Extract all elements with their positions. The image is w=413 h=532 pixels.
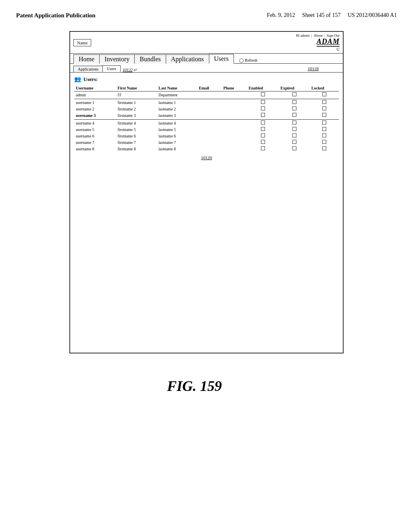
cell-username: username 1 [74, 99, 116, 106]
checkbox-expired[interactable] [292, 140, 296, 144]
cell-expired[interactable] [279, 145, 310, 152]
tab-home[interactable]: Home [73, 54, 100, 64]
cell-firstname: firstname 3 [116, 112, 157, 120]
subnav-tab-applications[interactable]: Applications [73, 66, 103, 72]
cell-enabled[interactable] [247, 99, 279, 106]
cell-locked[interactable] [310, 112, 339, 120]
table-row: admin IT Department [74, 91, 339, 99]
page-header: Patent Application Publication Feb. 9, 2… [0, 0, 413, 23]
hi-admin-link[interactable]: Hi admin [296, 33, 310, 37]
cell-enabled[interactable] [247, 91, 279, 99]
cell-enabled[interactable] [247, 145, 279, 152]
checkbox-locked[interactable] [322, 121, 326, 125]
cell-enabled[interactable] [247, 139, 279, 145]
tab-users[interactable]: Users [209, 54, 234, 64]
figure-caption: FIG. 159 [0, 378, 389, 395]
users-icon: 👥 [74, 76, 81, 83]
checkbox-locked[interactable] [322, 100, 326, 104]
cell-locked[interactable] [310, 99, 339, 106]
col-header-locked: Locked [310, 85, 339, 91]
cell-locked[interactable] [310, 106, 339, 112]
cell-expired[interactable] [279, 139, 310, 145]
tab-inventory[interactable]: Inventory [99, 54, 135, 64]
cell-lastname: Department [157, 91, 197, 99]
ui-content: 👥 Users: Username First Name Last Name E… [70, 73, 343, 163]
col-header-lastname: Last Name [157, 85, 197, 91]
cell-expired[interactable] [279, 112, 310, 120]
cell-username: username 4 [74, 120, 116, 127]
cell-enabled[interactable] [247, 112, 279, 120]
subnav-tab-users[interactable]: Users [102, 65, 121, 72]
tab-applications[interactable]: Applications [166, 54, 209, 64]
header-date-sheet: Feb. 9, 2012 Sheet 145 of 157 US 2012/00… [267, 12, 397, 19]
checkbox-locked[interactable] [322, 127, 326, 131]
cell-lastname: lastname 8 [157, 145, 197, 152]
cell-expired[interactable] [279, 91, 310, 99]
checkbox-locked[interactable] [322, 113, 326, 117]
cell-username: admin [74, 91, 116, 99]
table-row: username 4 firstname 4 lastname 4 [74, 120, 339, 127]
cell-username: username 6 [74, 133, 116, 139]
checkbox-enabled[interactable] [261, 113, 265, 117]
cell-enabled[interactable] [247, 126, 279, 133]
cell-firstname: firstname 1 [116, 99, 157, 106]
cell-expired[interactable] [279, 99, 310, 106]
refresh-button[interactable]: ◯ Refresh [237, 57, 260, 63]
checkbox-enabled[interactable] [261, 100, 265, 104]
name-box[interactable]: Name [73, 39, 91, 46]
checkbox-expired[interactable] [292, 133, 296, 137]
checkbox-enabled[interactable] [261, 106, 265, 110]
patent-number: US 2012/0036440 A1 [348, 12, 397, 18]
checkbox-locked[interactable] [322, 92, 326, 96]
topbar-right: Hi admin | About | Sign Out ADAM © [296, 33, 340, 52]
cell-expired[interactable] [279, 106, 310, 112]
cell-enabled[interactable] [247, 106, 279, 112]
ref-10122: 10122 ↵ [123, 68, 137, 72]
publication-title: Patent Application Publication [16, 12, 96, 19]
cell-enabled[interactable] [247, 133, 279, 139]
cell-locked[interactable] [310, 139, 339, 145]
cell-email [197, 145, 222, 152]
cell-lastname: lastname 1 [157, 99, 197, 106]
checkbox-expired[interactable] [292, 146, 296, 150]
checkbox-enabled[interactable] [261, 140, 265, 144]
checkbox-expired[interactable] [292, 113, 296, 117]
cell-locked[interactable] [310, 126, 339, 133]
checkbox-enabled[interactable] [261, 146, 265, 150]
cell-expired[interactable] [279, 133, 310, 139]
table-row: username 5 firstname 5 lastname 5 [74, 126, 339, 133]
cell-locked[interactable] [310, 120, 339, 127]
about-link[interactable]: About [313, 33, 323, 37]
checkbox-locked[interactable] [322, 106, 326, 110]
cell-firstname: firstname 8 [116, 145, 157, 152]
subnav-area: Applications Users 10122 ↵ 10118 [70, 64, 343, 73]
checkbox-expired[interactable] [292, 127, 296, 131]
cell-expired[interactable] [279, 126, 310, 133]
cell-lastname: lastname 2 [157, 106, 197, 112]
checkbox-locked[interactable] [322, 133, 326, 137]
checkbox-expired[interactable] [292, 121, 296, 125]
cell-expired[interactable] [279, 120, 310, 127]
refresh-circle-icon: ◯ [239, 58, 244, 62]
checkbox-enabled[interactable] [261, 92, 265, 96]
checkbox-enabled[interactable] [261, 127, 265, 131]
checkbox-locked[interactable] [322, 146, 326, 150]
checkbox-expired[interactable] [292, 92, 296, 96]
checkbox-enabled[interactable] [261, 133, 265, 137]
cell-locked[interactable] [310, 145, 339, 152]
checkbox-expired[interactable] [292, 100, 296, 104]
cell-locked[interactable] [310, 133, 339, 139]
cell-lastname: lastname 3 [157, 112, 197, 120]
checkbox-expired[interactable] [292, 106, 296, 110]
cell-enabled[interactable] [247, 120, 279, 127]
ref-10120: 10120 [74, 155, 339, 160]
checkbox-enabled[interactable] [261, 121, 265, 125]
signout-link[interactable]: Sign Out [327, 33, 340, 37]
cell-locked[interactable] [310, 91, 339, 99]
cell-firstname: firstname 6 [116, 133, 157, 139]
checkbox-locked[interactable] [322, 140, 326, 144]
table-row: username 6 firstname 6 lastname 6 [74, 133, 339, 139]
tab-bundles[interactable]: Bundles [134, 54, 166, 64]
table-row: username 3 firstname 3 lastname 3 [74, 112, 339, 120]
pub-date: Feb. 9, 2012 [267, 12, 295, 18]
